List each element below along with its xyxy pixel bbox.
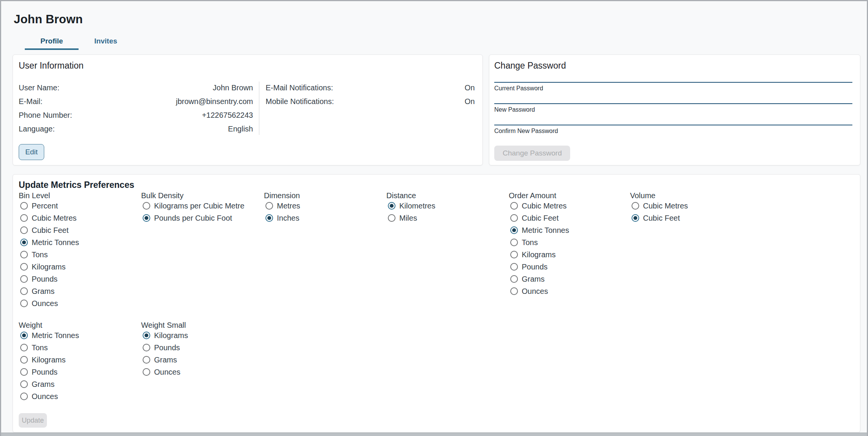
radio-button-icon[interactable] [20,263,28,271]
radio-button-icon[interactable] [388,202,395,210]
radio-option-kilograms[interactable]: Kilograms [19,354,141,366]
radio-option-grams[interactable]: Grams [141,354,852,366]
phone-number-label: Phone Number: [19,111,72,120]
radio-button-icon[interactable] [388,214,395,222]
radio-option-label: Metric Tonnes [522,226,569,235]
radio-option-label: Kilograms [522,250,556,259]
radio-button-icon[interactable] [20,356,28,364]
radio-option-pounds-per-cubic-foot[interactable]: Pounds per Cubic Foot [141,212,264,224]
radio-button-icon[interactable] [143,344,150,351]
edit-button[interactable]: Edit [19,144,44,160]
radio-button-icon[interactable] [510,251,518,258]
radio-option-cubic-feet[interactable]: Cubic Feet [630,212,852,224]
update-button[interactable]: Update [19,413,47,428]
radio-option-percent[interactable]: Percent [19,200,141,212]
radio-option-cubic-metres[interactable]: Cubic Metres [19,212,141,224]
radio-option-pounds[interactable]: Pounds [19,366,141,378]
radio-button-icon[interactable] [510,202,518,210]
radio-option-kilograms[interactable]: Kilograms [509,248,630,261]
radio-option-label: Cubic Feet [32,226,69,235]
radio-button-icon[interactable] [143,202,150,210]
radio-option-label: Kilograms per Cubic Metre [154,202,244,210]
radio-option-cubic-feet[interactable]: Cubic Feet [19,224,141,236]
tab-invites[interactable]: Invites [79,34,133,50]
radio-button-icon[interactable] [265,214,273,222]
radio-option-metric-tonnes[interactable]: Metric Tonnes [19,236,141,248]
radio-button-icon[interactable] [510,275,518,283]
radio-option-grams[interactable]: Grams [509,273,630,285]
radio-option-ounces[interactable]: Ounces [19,390,141,402]
radio-button-icon[interactable] [20,332,28,339]
radio-option-label: Kilograms [32,263,66,271]
radio-option-pounds[interactable]: Pounds [141,341,852,354]
radio-dot [22,240,26,244]
radio-option-grams[interactable]: Grams [19,378,141,390]
radio-group-volume: VolumeCubic MetresCubic Feet [630,191,852,224]
radio-button-icon[interactable] [510,214,518,222]
radio-option-label: Ounces [32,392,58,401]
radio-option-pounds[interactable]: Pounds [19,273,141,285]
radio-button-icon[interactable] [20,344,28,351]
radio-button-icon[interactable] [20,393,28,400]
radio-button-icon[interactable] [510,239,518,246]
radio-option-metres[interactable]: Metres [264,200,386,212]
change-password-button[interactable]: Change Password [494,146,570,161]
radio-option-kilometres[interactable]: Kilometres [386,200,509,212]
radio-button-icon[interactable] [20,275,28,283]
radio-button-icon[interactable] [510,287,518,295]
radio-option-tons[interactable]: Tons [19,248,141,261]
radio-dot [145,216,148,220]
email-value: jbrown@binsentry.com [176,97,253,106]
radio-option-label: Percent [32,202,58,210]
radio-button-icon[interactable] [632,214,639,222]
radio-button-icon[interactable] [632,202,639,210]
radio-button-icon[interactable] [265,202,273,210]
radio-button-icon[interactable] [20,226,28,234]
radio-option-label: Grams [522,275,545,284]
radio-button-icon[interactable] [20,368,28,376]
radio-option-label: Cubic Metres [32,214,77,223]
radio-group-label: Distance [386,191,509,200]
radio-button-icon[interactable] [20,380,28,388]
radio-option-cubic-metres[interactable]: Cubic Metres [630,200,852,212]
radio-button-icon[interactable] [143,356,150,364]
radio-button-icon[interactable] [143,332,150,339]
radio-option-label: Pounds [32,275,58,284]
radio-button-icon[interactable] [20,239,28,246]
new-password-input[interactable] [494,92,852,104]
radio-option-cubic-metres[interactable]: Cubic Metres [509,200,630,212]
radio-group-distance: DistanceKilometresMiles [386,191,509,224]
radio-option-label: Kilograms [32,356,66,364]
radio-button-icon[interactable] [510,263,518,271]
radio-option-metric-tonnes[interactable]: Metric Tonnes [509,224,630,236]
radio-button-icon[interactable] [143,368,150,376]
radio-option-pounds[interactable]: Pounds [509,261,630,273]
tab-profile[interactable]: Profile [25,34,79,50]
radio-option-label: Pounds per Cubic Foot [154,214,232,223]
radio-option-tons[interactable]: Tons [509,236,630,248]
confirm-new-password-input[interactable] [494,114,852,125]
radio-option-cubic-feet[interactable]: Cubic Feet [509,212,630,224]
radio-button-icon[interactable] [20,202,28,210]
radio-option-ounces[interactable]: Ounces [141,366,852,378]
radio-button-icon[interactable] [20,287,28,295]
radio-dot [633,216,637,220]
radio-button-icon[interactable] [143,214,150,222]
radio-option-kilograms[interactable]: Kilograms [141,329,852,341]
radio-option-ounces[interactable]: Ounces [19,297,141,309]
radio-option-kilograms-per-cubic-metre[interactable]: Kilograms per Cubic Metre [141,200,264,212]
radio-option-inches[interactable]: Inches [264,212,386,224]
radio-option-miles[interactable]: Miles [386,212,509,224]
radio-option-kilograms[interactable]: Kilograms [19,261,141,273]
radio-option-tons[interactable]: Tons [19,341,141,354]
radio-option-metric-tonnes[interactable]: Metric Tonnes [19,329,141,341]
radio-option-ounces[interactable]: Ounces [509,285,630,297]
radio-button-icon[interactable] [510,226,518,234]
radio-button-icon[interactable] [20,251,28,258]
current-password-input[interactable] [494,71,852,83]
radio-button-icon[interactable] [20,214,28,222]
radio-button-icon[interactable] [20,300,28,307]
user-name-row: User Name: John Brown [19,81,253,95]
radio-option-grams[interactable]: Grams [19,285,141,297]
radio-group-weight: WeightMetric TonnesTonsKilogramsPoundsGr… [19,321,141,402]
